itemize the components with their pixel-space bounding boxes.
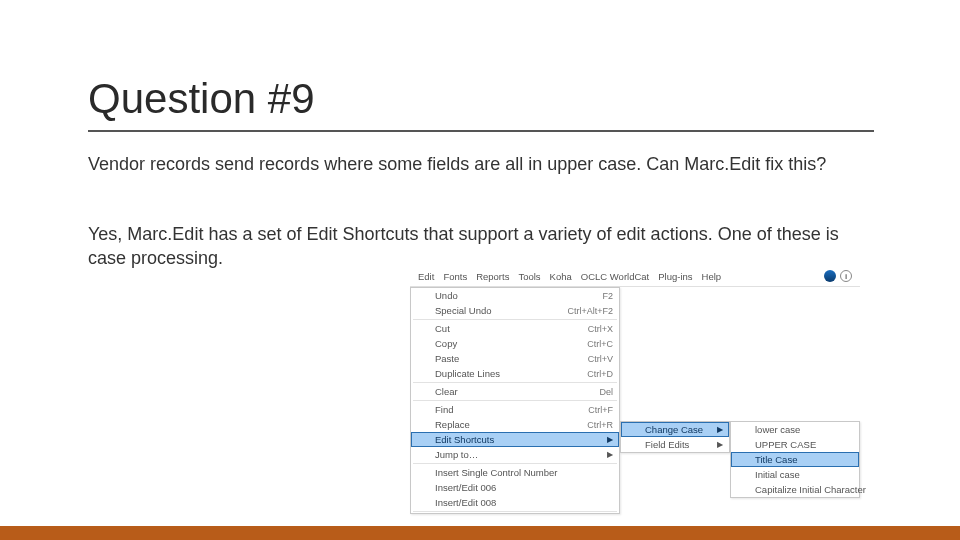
menubar-item-fonts[interactable]: Fonts (443, 271, 467, 282)
menu-item-replace[interactable]: ReplaceCtrl+R (411, 417, 619, 432)
menu-item-duplicate[interactable]: Duplicate LinesCtrl+D (411, 366, 619, 381)
menu-item-insert-008[interactable]: Insert/Edit 008 (411, 495, 619, 510)
change-case-submenu: lower case UPPER CASE Title Case Initial… (730, 421, 860, 498)
menubar-item-edit[interactable]: Edit (418, 271, 434, 282)
menubar-item-reports[interactable]: Reports (476, 271, 509, 282)
app-screenshot: Edit Fonts Reports Tools Koha OCLC World… (410, 266, 860, 287)
menu-separator (413, 511, 617, 512)
case-option-upper[interactable]: UPPER CASE (731, 437, 859, 452)
menu-item-copy[interactable]: CopyCtrl+C (411, 336, 619, 351)
case-option-initial[interactable]: Initial case (731, 467, 859, 482)
edit-menu: UndoF2 Special UndoCtrl+Alt+F2 CutCtrl+X… (410, 287, 620, 514)
submenu-arrow-icon: ▶ (717, 425, 723, 434)
menubar-item-help[interactable]: Help (702, 271, 722, 282)
submenu-arrow-icon: ▶ (607, 435, 613, 444)
edit-shortcuts-submenu: Change Case▶ Field Edits▶ (620, 421, 730, 453)
menu-item-paste[interactable]: PasteCtrl+V (411, 351, 619, 366)
submenu-item-change-case[interactable]: Change Case▶ (621, 422, 729, 437)
info-icon[interactable]: i (840, 270, 852, 282)
menu-item-insert-control-number[interactable]: Insert Single Control Number (411, 465, 619, 480)
menubar-item-tools[interactable]: Tools (518, 271, 540, 282)
menu-separator (413, 382, 617, 383)
menubar: Edit Fonts Reports Tools Koha OCLC World… (410, 266, 860, 287)
case-option-lower[interactable]: lower case (731, 422, 859, 437)
title-underline (88, 130, 874, 132)
submenu-item-field-edits[interactable]: Field Edits▶ (621, 437, 729, 452)
menu-item-jump-to[interactable]: Jump to…▶ (411, 447, 619, 462)
menu-item-clear[interactable]: ClearDel (411, 384, 619, 399)
slide: Question #9 Vendor records send records … (0, 0, 960, 540)
menu-item-special-undo[interactable]: Special UndoCtrl+Alt+F2 (411, 303, 619, 318)
slide-title: Question #9 (88, 75, 315, 123)
case-option-cap-initial[interactable]: Capitalize Initial Character (731, 482, 859, 497)
submenu-arrow-icon: ▶ (717, 440, 723, 449)
submenu-arrow-icon: ▶ (607, 450, 613, 459)
case-option-title[interactable]: Title Case (731, 452, 859, 467)
menu-separator (413, 400, 617, 401)
menu-separator (413, 463, 617, 464)
menu-item-undo[interactable]: UndoF2 (411, 288, 619, 303)
question-text: Vendor records send records where some f… (88, 152, 874, 176)
globe-icon[interactable] (824, 270, 836, 282)
menubar-item-oclc[interactable]: OCLC WorldCat (581, 271, 649, 282)
menubar-item-plugins[interactable]: Plug-ins (658, 271, 692, 282)
answer-text: Yes, Marc.Edit has a set of Edit Shortcu… (88, 222, 874, 271)
menu-item-find[interactable]: FindCtrl+F (411, 402, 619, 417)
footer-accent-bar (0, 526, 960, 540)
menu-item-edit-shortcuts[interactable]: Edit Shortcuts▶ (411, 432, 619, 447)
menubar-item-koha[interactable]: Koha (550, 271, 572, 282)
menu-separator (413, 319, 617, 320)
menu-item-insert-006[interactable]: Insert/Edit 006 (411, 480, 619, 495)
menu-item-cut[interactable]: CutCtrl+X (411, 321, 619, 336)
